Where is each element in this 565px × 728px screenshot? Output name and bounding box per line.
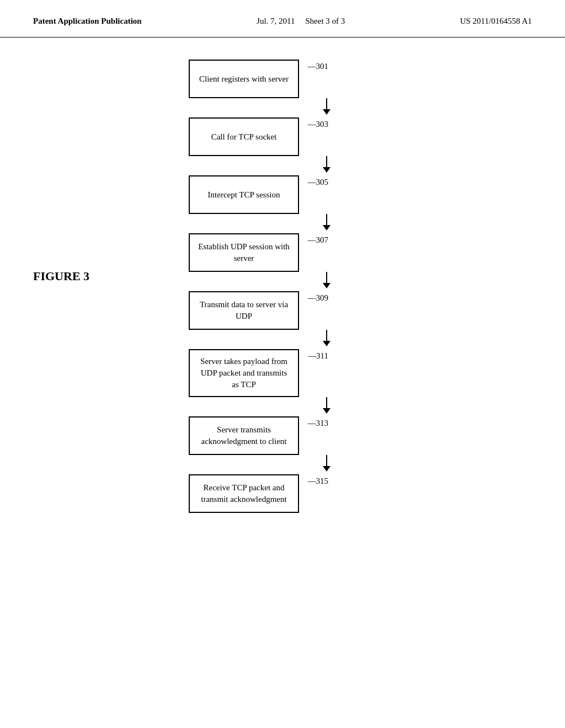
flow-step-313: Server transmits acknowledgment to clien… <box>189 416 465 455</box>
figure-label: FIGURE 3 <box>33 269 89 283</box>
main-content: FIGURE 3 Client registers with server—30… <box>0 38 565 535</box>
flow-step-303: Call for TCP socket—303 <box>189 117 465 156</box>
patent-number: US 2011/0164558 A1 <box>460 17 532 26</box>
step-box-307: Establish UDP session with server—307 <box>189 233 299 272</box>
arrow-303 <box>271 156 382 175</box>
step-box-303: Call for TCP socket—303 <box>189 117 299 156</box>
step-number-315: —315 <box>308 475 329 487</box>
publication-label: Patent Application Publication <box>33 17 142 26</box>
arrow-313 <box>271 455 382 474</box>
step-box-315: Receive TCP packet and transmit acknowle… <box>189 474 299 513</box>
step-number-311: —311 <box>308 350 328 362</box>
step-box-313: Server transmits acknowledgment to clien… <box>189 416 299 455</box>
step-box-301: Client registers with server—301 <box>189 60 299 98</box>
arrow-309 <box>271 330 382 349</box>
publication-date: Jul. 7, 2011 <box>257 17 295 25</box>
page-header: Patent Application Publication Jul. 7, 2… <box>0 0 565 38</box>
arrow-301 <box>271 98 382 117</box>
flow-step-305: Intercept TCP session—305 <box>189 175 465 214</box>
step-number-303: —303 <box>308 119 329 130</box>
flow-step-315: Receive TCP packet and transmit acknowle… <box>189 474 465 513</box>
step-box-309: Transmit data to server via UDP—309 <box>189 291 299 330</box>
step-number-305: —305 <box>308 176 329 188</box>
step-box-311: Server takes payload from UDP packet and… <box>189 349 299 397</box>
step-number-301: —301 <box>308 61 329 72</box>
sheet-info: Sheet 3 of 3 <box>305 17 345 25</box>
arrow-305 <box>271 214 382 233</box>
flow-step-307: Establish UDP session with server—307 <box>189 233 465 272</box>
step-number-307: —307 <box>308 234 329 246</box>
step-number-313: —313 <box>308 417 329 429</box>
step-number-309: —309 <box>308 292 329 304</box>
arrow-307 <box>271 272 382 291</box>
date-sheet: Jul. 7, 2011 Sheet 3 of 3 <box>257 17 345 26</box>
flowchart: Client registers with server—301Call for… <box>189 60 465 513</box>
flow-step-311: Server takes payload from UDP packet and… <box>189 349 465 397</box>
step-box-305: Intercept TCP session—305 <box>189 175 299 214</box>
flow-step-301: Client registers with server—301 <box>189 60 465 98</box>
arrow-311 <box>271 397 382 416</box>
flow-step-309: Transmit data to server via UDP—309 <box>189 291 465 330</box>
